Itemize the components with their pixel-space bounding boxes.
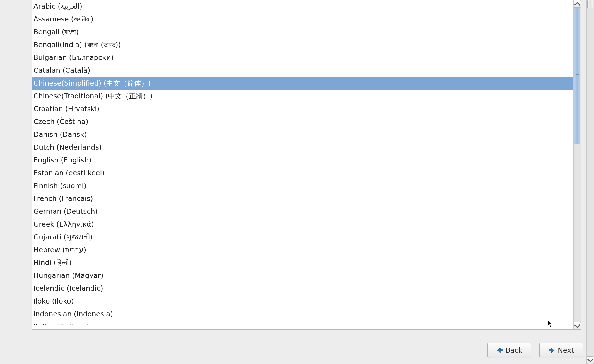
language-item-label: Bengali (বাংলা): [33, 28, 79, 36]
language-item[interactable]: Icelandic (Icelandic): [32, 282, 581, 295]
language-item[interactable]: Chinese(Simplified) (中文（简体）): [32, 77, 581, 90]
language-item-label: Hindi (हिन्दी): [33, 259, 72, 267]
language-item[interactable]: Catalan (Català): [32, 64, 581, 77]
next-button-label: Next: [558, 346, 574, 354]
chevron-up-icon: [574, 0, 581, 8]
back-button-label: Back: [506, 346, 523, 354]
language-item[interactable]: Italian (Italiano): [32, 321, 581, 325]
window-scroll-track[interactable]: [587, 0, 594, 356]
language-item-label: Italian (Italiano): [33, 323, 89, 325]
language-item[interactable]: Finnish (suomi): [32, 179, 581, 192]
language-item[interactable]: Bengali (বাংলা): [32, 26, 581, 38]
language-item-label: Hebrew (עברית): [33, 246, 86, 254]
language-item-label: Dutch (Nederlands): [33, 143, 102, 151]
language-item[interactable]: Czech (Čeština): [32, 115, 581, 128]
language-item[interactable]: Assamese (অসমীয়া): [32, 13, 581, 26]
language-item-label: Arabic (العربية): [33, 2, 82, 10]
scroll-up-button[interactable]: [574, 0, 581, 8]
language-item[interactable]: Hindi (हिन्दी): [32, 256, 581, 269]
language-item-label: Czech (Čeština): [33, 118, 88, 126]
language-item[interactable]: Dutch (Nederlands): [32, 141, 581, 154]
language-list-panel: Arabic (العربية)Assamese (অসমীয়া)Bengal…: [32, 0, 581, 330]
language-item-label: Catalan (Català): [33, 66, 90, 74]
chevron-down-icon: [574, 322, 581, 330]
language-item[interactable]: Estonian (eesti keel): [32, 167, 581, 179]
language-item-label: Iloko (Iloko): [33, 297, 74, 305]
language-item[interactable]: Danish (Dansk): [32, 128, 581, 141]
language-item[interactable]: German (Deutsch): [32, 205, 581, 218]
language-item-label: French (Français): [33, 195, 93, 203]
language-item-label: Chinese(Simplified) (中文（简体）): [33, 79, 151, 87]
language-item-label: Indonesian (Indonesia): [33, 310, 113, 318]
language-item[interactable]: French (Français): [32, 192, 581, 205]
window-scroll-thumb[interactable]: [587, 0, 593, 8]
language-item[interactable]: Hungarian (Magyar): [32, 269, 581, 282]
language-item-label: Finnish (suomi): [33, 182, 86, 190]
language-item-label: Hungarian (Magyar): [33, 271, 103, 280]
scroll-track[interactable]: [574, 8, 581, 322]
scroll-down-button[interactable]: [574, 322, 581, 330]
language-item[interactable]: Indonesian (Indonesia): [32, 308, 581, 321]
language-item[interactable]: English (English): [32, 154, 581, 167]
language-item[interactable]: Hebrew (עברית): [32, 244, 581, 256]
language-item-label: Gujarati (ગુજરાતી): [33, 233, 93, 241]
language-item-label: German (Deutsch): [33, 207, 98, 215]
scroll-thumb[interactable]: [574, 8, 580, 144]
language-item[interactable]: Bengali(India) (বাংলা (ভারত)): [32, 38, 581, 51]
navigation-button-bar: Back Next: [487, 343, 583, 358]
language-item-label: Bulgarian (Български): [33, 54, 114, 62]
back-button[interactable]: Back: [487, 343, 531, 358]
language-item-label: Estonian (eesti keel): [33, 169, 105, 177]
language-item[interactable]: Iloko (Iloko): [32, 295, 581, 308]
language-item-label: Greek (Ελληνικά): [33, 220, 94, 228]
chevron-down-icon: [587, 357, 594, 364]
language-item[interactable]: Croatian (Hrvatski): [32, 103, 581, 115]
language-item[interactable]: Chinese(Traditional) (中文（正體）): [32, 90, 581, 103]
window-scrollbar[interactable]: [586, 0, 594, 364]
language-item[interactable]: Bulgarian (Български): [32, 51, 581, 64]
arrow-left-icon: [496, 347, 503, 354]
next-button[interactable]: Next: [539, 343, 583, 358]
language-item-label: Croatian (Hrvatski): [33, 105, 100, 113]
language-item[interactable]: Greek (Ελληνικά): [32, 218, 581, 231]
arrow-right-icon: [548, 347, 556, 354]
language-item[interactable]: Gujarati (ગુજરાતી): [32, 231, 581, 244]
language-item-label: Icelandic (Icelandic): [33, 284, 103, 292]
installer-window: Arabic (العربية)Assamese (অসমীয়া)Bengal…: [0, 0, 594, 364]
language-list[interactable]: Arabic (العربية)Assamese (অসমীয়া)Bengal…: [32, 0, 581, 325]
scroll-grip-icon: [576, 74, 579, 77]
language-item-label: Bengali(India) (বাংলা (ভারত)): [33, 41, 121, 49]
language-item-label: Assamese (অসমীয়া): [33, 15, 93, 23]
language-item-label: English (English): [33, 156, 91, 164]
language-item-label: Chinese(Traditional) (中文（正體）): [33, 92, 153, 100]
list-scrollbar[interactable]: [573, 0, 581, 330]
window-scroll-down-button[interactable]: [587, 356, 594, 364]
language-item-label: Danish (Dansk): [33, 130, 87, 139]
language-item[interactable]: Arabic (العربية): [32, 0, 581, 13]
